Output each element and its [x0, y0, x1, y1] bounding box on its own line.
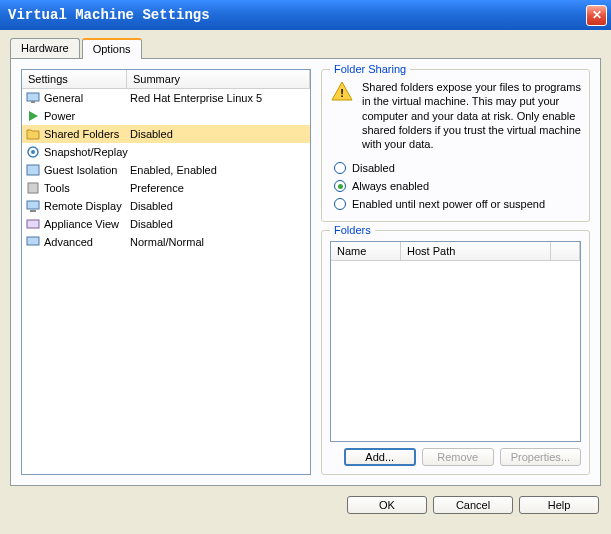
tab-hardware[interactable]: Hardware: [10, 38, 80, 58]
folder-sharing-title: Folder Sharing: [330, 63, 410, 75]
summary: Preference: [130, 182, 307, 194]
label: Advanced: [44, 236, 130, 248]
settings-panel: Settings Summary General Red Hat Enterpr…: [21, 69, 311, 475]
right-panel: Folder Sharing ! Shared folders expose y…: [321, 69, 590, 475]
svg-rect-7: [27, 201, 39, 209]
label: Snapshot/Replay: [44, 146, 130, 158]
radio-always-enabled[interactable]: Always enabled: [330, 177, 581, 195]
svg-rect-5: [27, 165, 39, 175]
row-guest-isolation[interactable]: Guest Isolation Enabled, Enabled: [22, 161, 310, 179]
summary: Disabled: [130, 128, 307, 140]
shield-icon: [25, 162, 41, 178]
label: Guest Isolation: [44, 164, 130, 176]
svg-rect-1: [31, 101, 35, 103]
svg-rect-9: [27, 220, 39, 228]
row-snapshot[interactable]: Snapshot/Replay: [22, 143, 310, 161]
warning-row: ! Shared folders expose your files to pr…: [330, 80, 581, 151]
titlebar: Virtual Machine Settings ✕: [0, 0, 611, 30]
settings-list: Settings Summary General Red Hat Enterpr…: [21, 69, 311, 475]
label: Remote Display: [44, 200, 130, 212]
header-spacer: [551, 242, 580, 260]
properties-button: Properties...: [500, 448, 581, 466]
row-advanced[interactable]: Advanced Normal/Normal: [22, 233, 310, 251]
close-button[interactable]: ✕: [586, 5, 607, 26]
radio-label: Always enabled: [352, 180, 429, 192]
appliance-icon: [25, 216, 41, 232]
dialog-content: Hardware Options Settings Summary Genera…: [0, 30, 611, 522]
folders-header: Name Host Path: [331, 242, 580, 261]
row-general[interactable]: General Red Hat Enterprise Linux 5: [22, 89, 310, 107]
add-button[interactable]: Add...: [344, 448, 416, 466]
folder-buttons: Add... Remove Properties...: [330, 448, 581, 466]
label: Appliance View: [44, 218, 130, 230]
folders-list: Name Host Path: [330, 241, 581, 442]
tab-strip: Hardware Options: [10, 38, 601, 59]
svg-rect-6: [28, 183, 38, 193]
label: Tools: [44, 182, 130, 194]
monitor-icon: [25, 90, 41, 106]
summary: Normal/Normal: [130, 236, 307, 248]
label: General: [44, 92, 130, 104]
svg-point-4: [31, 150, 35, 154]
dialog-buttons: OK Cancel Help: [10, 496, 601, 514]
svg-rect-0: [27, 93, 39, 101]
radio-icon: [334, 198, 346, 210]
play-icon: [25, 108, 41, 124]
help-button[interactable]: Help: [519, 496, 599, 514]
summary: Disabled: [130, 218, 307, 230]
folder-icon: [25, 126, 41, 142]
list-header: Settings Summary: [22, 70, 310, 89]
tab-panel: Settings Summary General Red Hat Enterpr…: [10, 58, 601, 486]
window-title: Virtual Machine Settings: [8, 7, 586, 23]
row-tools[interactable]: Tools Preference: [22, 179, 310, 197]
radio-icon: [334, 180, 346, 192]
remove-button: Remove: [422, 448, 494, 466]
warning-text: Shared folders expose your files to prog…: [362, 80, 581, 151]
summary: Disabled: [130, 200, 307, 212]
label: Shared Folders: [44, 128, 130, 140]
radio-icon: [334, 162, 346, 174]
snapshot-icon: [25, 144, 41, 160]
row-power[interactable]: Power: [22, 107, 310, 125]
summary: Red Hat Enterprise Linux 5: [130, 92, 307, 104]
display-icon: [25, 198, 41, 214]
tools-icon: [25, 180, 41, 196]
header-settings[interactable]: Settings: [22, 70, 127, 88]
radio-label: Enabled until next power off or suspend: [352, 198, 545, 210]
svg-rect-8: [30, 210, 36, 212]
svg-rect-10: [27, 237, 39, 245]
folders-group: Folders Name Host Path Add... Remove Pro…: [321, 230, 590, 475]
radio-label: Disabled: [352, 162, 395, 174]
row-remote-display[interactable]: Remote Display Disabled: [22, 197, 310, 215]
advanced-icon: [25, 234, 41, 250]
row-appliance-view[interactable]: Appliance View Disabled: [22, 215, 310, 233]
radio-disabled[interactable]: Disabled: [330, 159, 581, 177]
cancel-button[interactable]: Cancel: [433, 496, 513, 514]
summary: Enabled, Enabled: [130, 164, 307, 176]
header-name[interactable]: Name: [331, 242, 401, 260]
ok-button[interactable]: OK: [347, 496, 427, 514]
folders-title: Folders: [330, 224, 375, 236]
tab-options[interactable]: Options: [82, 38, 142, 59]
svg-text:!: !: [340, 87, 344, 99]
folder-sharing-group: Folder Sharing ! Shared folders expose y…: [321, 69, 590, 222]
radio-enabled-until[interactable]: Enabled until next power off or suspend: [330, 195, 581, 213]
row-shared-folders[interactable]: Shared Folders Disabled: [22, 125, 310, 143]
label: Power: [44, 110, 130, 122]
header-host-path[interactable]: Host Path: [401, 242, 551, 260]
svg-marker-2: [29, 111, 38, 121]
header-summary[interactable]: Summary: [127, 70, 310, 88]
warning-icon: !: [330, 80, 354, 151]
